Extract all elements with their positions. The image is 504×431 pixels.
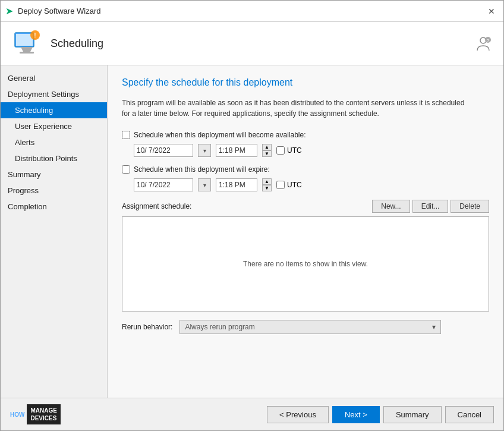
sidebar-item-completion[interactable]: Completion [1, 199, 107, 215]
available-time-up[interactable]: ▲ [262, 144, 272, 150]
rerun-dropdown[interactable]: Always rerun program ▾ [179, 320, 441, 334]
svg-text:?: ? [487, 38, 490, 43]
expire-datetime-row: ▾ ▲ ▼ UTC [134, 178, 489, 191]
previous-button[interactable]: < Previous [267, 406, 329, 423]
content-area: Specify the schedule for this deployment… [108, 65, 503, 398]
content-title: Specify the schedule for this deployment [122, 77, 489, 88]
info-text: This program will be available as soon a… [122, 97, 467, 119]
sidebar-item-deployment-settings[interactable]: Deployment Settings [1, 86, 107, 102]
next-button[interactable]: Next > [332, 406, 380, 423]
available-checkbox[interactable] [122, 131, 130, 139]
expire-checkbox[interactable] [122, 165, 130, 174]
delete-button[interactable]: Delete [451, 200, 489, 213]
expire-utc-label: UTC [287, 181, 302, 189]
cancel-button[interactable]: Cancel [445, 406, 494, 423]
empty-list-text: There are no items to show in this view. [243, 260, 368, 268]
expire-date-input[interactable] [134, 178, 193, 191]
sidebar-item-progress[interactable]: Progress [1, 183, 107, 199]
sidebar-item-scheduling[interactable]: Scheduling [1, 102, 107, 118]
sidebar-item-general[interactable]: General [1, 70, 107, 86]
wizard-window: ➤ Deploy Software Wizard ✕ ! Scheduling [0, 0, 504, 431]
expire-date-dropdown[interactable]: ▾ [198, 178, 211, 191]
wizard-step-title: Scheduling [51, 37, 103, 50]
svg-rect-1 [16, 34, 33, 46]
expire-checkbox-text: Schedule when this deployment will expir… [134, 165, 270, 174]
svg-rect-3 [20, 52, 34, 54]
available-time-down[interactable]: ▼ [262, 150, 272, 157]
sidebar-item-distribution-points[interactable]: Distribution Points [1, 150, 107, 166]
new-button[interactable]: New... [372, 200, 410, 213]
rerun-value: Always rerun program [185, 323, 254, 331]
available-utc-label: UTC [287, 146, 302, 155]
available-utc-checkbox[interactable] [276, 146, 285, 155]
available-checkbox-row: Schedule when this deployment will becom… [122, 131, 489, 139]
assignment-list: There are no items to show in this view. [122, 216, 489, 312]
available-date-input[interactable] [134, 144, 193, 157]
assignment-buttons: New... Edit... Delete [372, 200, 489, 213]
wizard-header: ! Scheduling ? [1, 22, 503, 65]
close-button[interactable]: ✕ [484, 4, 499, 18]
logo-manage: MANAGE [30, 407, 56, 414]
footer-buttons: < Previous Next > Summary Cancel [267, 406, 494, 423]
expire-time-down[interactable]: ▼ [262, 185, 272, 191]
expire-utc-checkbox[interactable] [276, 181, 285, 189]
footer-logo: HOW MANAGE DEVICES [10, 404, 61, 424]
window-title: Deploy Software Wizard [18, 7, 100, 15]
expire-time-spinner: ▲ ▼ [262, 178, 272, 191]
expire-checkbox-label[interactable]: Schedule when this deployment will expir… [122, 165, 270, 174]
available-checkbox-text: Schedule when this deployment will becom… [134, 131, 306, 139]
logo-devices: DEVICES [30, 414, 56, 422]
title-bar: ➤ Deploy Software Wizard ✕ [1, 1, 503, 22]
sidebar-item-alerts[interactable]: Alerts [1, 134, 107, 150]
available-checkbox-label[interactable]: Schedule when this deployment will becom… [122, 131, 306, 139]
wizard-icon: ➤ [5, 5, 13, 17]
expire-time-up[interactable]: ▲ [262, 178, 272, 185]
title-bar-left: ➤ Deploy Software Wizard [5, 5, 100, 17]
expire-time-input[interactable] [216, 178, 257, 191]
assignment-label: Assignment schedule: [122, 202, 191, 210]
available-time-input[interactable] [216, 144, 257, 157]
logo-how: HOW [10, 411, 24, 418]
available-date-dropdown[interactable]: ▾ [198, 144, 211, 157]
rerun-label: Rerun behavior: [122, 323, 172, 331]
assignment-section: Assignment schedule: New... Edit... Dele… [122, 200, 489, 312]
wizard-header-left: ! Scheduling [12, 29, 103, 58]
assignment-header: Assignment schedule: New... Edit... Dele… [122, 200, 489, 213]
available-utc-row: UTC [276, 146, 302, 155]
wizard-footer: HOW MANAGE DEVICES < Previous Next > Sum… [1, 398, 503, 430]
rerun-dropdown-arrow: ▾ [432, 323, 436, 331]
svg-text:!: ! [34, 32, 36, 39]
expire-utc-row: UTC [276, 181, 302, 189]
expire-checkbox-row: Schedule when this deployment will expir… [122, 165, 489, 174]
wizard-body: General Deployment Settings Scheduling U… [1, 65, 503, 398]
svg-marker-2 [21, 47, 33, 52]
sidebar: General Deployment Settings Scheduling U… [1, 65, 108, 398]
available-time-spinner: ▲ ▼ [262, 144, 272, 157]
logo-box: MANAGE DEVICES [27, 404, 60, 424]
summary-button[interactable]: Summary [383, 406, 442, 423]
rerun-row: Rerun behavior: Always rerun program ▾ [122, 320, 489, 334]
user-icon: ? [475, 35, 492, 52]
edit-button[interactable]: Edit... [412, 200, 449, 213]
available-datetime-row: ▾ ▲ ▼ UTC [134, 144, 489, 157]
sidebar-item-user-experience[interactable]: User Experience [1, 118, 107, 134]
sidebar-item-summary[interactable]: Summary [1, 166, 107, 183]
computer-icon: ! [12, 29, 41, 58]
